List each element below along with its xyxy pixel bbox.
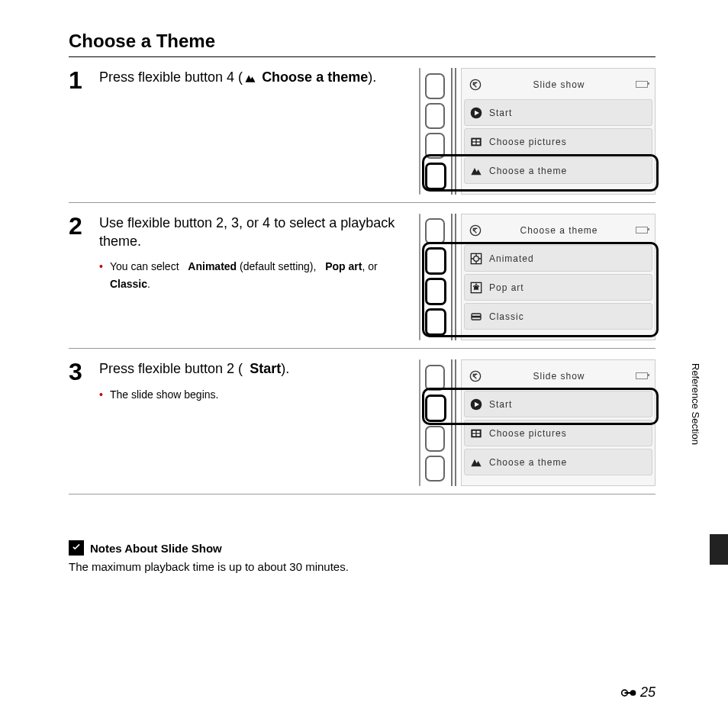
flexible-button-3: [425, 426, 445, 452]
svg-point-21: [470, 371, 480, 381]
flexible-button-2: [425, 247, 446, 275]
step-2: 2Use flexible button 2, 3, or 4 to selec…: [69, 203, 656, 349]
camera-screen: Slide showStartChoose picturesChoose a t…: [461, 68, 656, 195]
menu-item-label: Choose pictures: [489, 137, 567, 147]
svg-rect-3: [472, 139, 475, 141]
side-tab: Reference Section: [690, 359, 728, 565]
menu-item-classic: Classic: [464, 303, 652, 330]
menu-item-popart: Pop art: [464, 274, 652, 301]
figure-rail: [419, 214, 420, 340]
step-3: 3Press flexible button 2 ( Start).The sl…: [69, 349, 656, 494]
flexible-button-3: [425, 278, 446, 305]
notes-section: Notes About Slide Show The maximum playb…: [69, 540, 656, 573]
menu-item-animated: Animated: [464, 245, 652, 272]
flexible-buttons: [425, 359, 446, 486]
flexible-button-4: [425, 308, 446, 336]
camera-screen-figure: Choose a themeAnimatedPop artClassic: [419, 214, 656, 340]
step-number: 2: [69, 214, 99, 238]
flexible-button-4: [425, 163, 446, 190]
svg-rect-2: [471, 137, 481, 146]
side-tab-label: Reference Section: [690, 359, 704, 565]
camera-screen: Slide showStartChoose picturesChoose a t…: [461, 359, 656, 486]
svg-point-13: [470, 225, 480, 235]
pictures-icon: [469, 135, 483, 149]
popart-icon: [469, 281, 483, 295]
link-icon: [620, 688, 637, 698]
back-icon: [469, 369, 482, 383]
flexible-button-3: [425, 133, 445, 159]
figure-rail: [419, 359, 420, 486]
flexible-button-1: [425, 365, 445, 391]
flexible-buttons: [425, 68, 446, 195]
menu-item-label: Start: [489, 399, 512, 410]
step-body: Use flexible button 2, 3, or 4 to select…: [99, 214, 419, 292]
svg-rect-26: [472, 433, 475, 436]
menu-item-play: Start: [464, 99, 652, 126]
step-number: 1: [69, 68, 99, 92]
figure-divider: [451, 214, 456, 340]
step-sublist: The slide show begins.: [99, 387, 411, 403]
menu-item-label: Pop art: [489, 282, 524, 293]
theme-icon: [469, 164, 483, 178]
menu-item-theme: Choose a theme: [464, 157, 652, 184]
page-title: Choose a Theme: [69, 31, 656, 52]
step-sublist-item: You can select Animated (default setting…: [99, 259, 411, 292]
menu-item-back: Choose a theme: [464, 217, 652, 243]
menu-item-pictures: Choose pictures: [464, 128, 652, 155]
step-instruction: Use flexible button 2, 3, or 4 to select…: [99, 214, 411, 251]
menu-item-label: Slide show: [533, 371, 585, 382]
menu-item-label: Choose a theme: [520, 225, 598, 236]
menu-item-label: Start: [489, 108, 512, 118]
svg-rect-6: [477, 142, 480, 144]
svg-rect-30: [624, 691, 633, 693]
step-sublist: You can select Animated (default setting…: [99, 259, 411, 292]
check-icon: [69, 540, 84, 556]
notes-text: The maximum playback time is up to about…: [69, 560, 656, 573]
menu-item-pictures: Choose pictures: [464, 420, 652, 446]
flexible-button-2: [425, 395, 446, 422]
battery-icon: [636, 81, 648, 88]
menu-item-back: Slide show: [464, 72, 652, 97]
menu-item-theme: Choose a theme: [464, 449, 652, 475]
flexible-button-2: [425, 103, 445, 129]
svg-rect-27: [477, 433, 480, 436]
step-body: Press flexible button 4 ( Choose a theme…: [99, 68, 419, 88]
figure-divider: [451, 359, 456, 486]
svg-point-15: [474, 256, 479, 261]
theme-icon: [244, 69, 256, 88]
figure-rail: [419, 68, 420, 195]
svg-rect-5: [472, 142, 475, 144]
step-instruction: Press flexible button 4 ( Choose a theme…: [99, 68, 411, 88]
menu-item-label: Slide show: [533, 79, 585, 90]
classic-icon: [469, 310, 483, 324]
step-1: 1Press flexible button 4 ( Choose a them…: [69, 57, 656, 203]
back-icon: [469, 78, 482, 92]
flexible-button-1: [425, 218, 445, 244]
back-icon: [469, 224, 482, 237]
notes-heading: Notes About Slide Show: [90, 542, 222, 555]
camera-screen-figure: Slide showStartChoose picturesChoose a t…: [419, 68, 656, 195]
camera-screen: Choose a themeAnimatedPop artClassic: [461, 214, 656, 340]
step-sublist-item: The slide show begins.: [99, 387, 411, 403]
menu-item-label: Choose pictures: [489, 428, 567, 439]
menu-item-play: Start: [464, 391, 652, 417]
page-number: 25: [620, 685, 656, 701]
side-tab-marker: [710, 534, 728, 565]
menu-item-back: Slide show: [464, 363, 652, 388]
play-icon: [469, 398, 483, 411]
pictures-icon: [469, 427, 483, 440]
svg-rect-25: [477, 430, 480, 433]
menu-item-label: Classic: [489, 311, 524, 322]
animated-icon: [469, 252, 483, 266]
flexible-button-4: [425, 456, 445, 482]
svg-point-0: [470, 79, 480, 89]
battery-icon: [636, 227, 648, 234]
camera-screen-figure: Slide showStartChoose picturesChoose a t…: [419, 359, 656, 486]
step-body: Press flexible button 2 ( Start).The sli…: [99, 359, 419, 403]
menu-item-label: Choose a theme: [489, 457, 567, 468]
svg-rect-23: [471, 429, 481, 437]
flexible-button-1: [425, 73, 445, 99]
step-instruction: Press flexible button 2 ( Start).: [99, 359, 411, 379]
theme-icon: [469, 456, 483, 469]
svg-rect-19: [472, 315, 481, 317]
